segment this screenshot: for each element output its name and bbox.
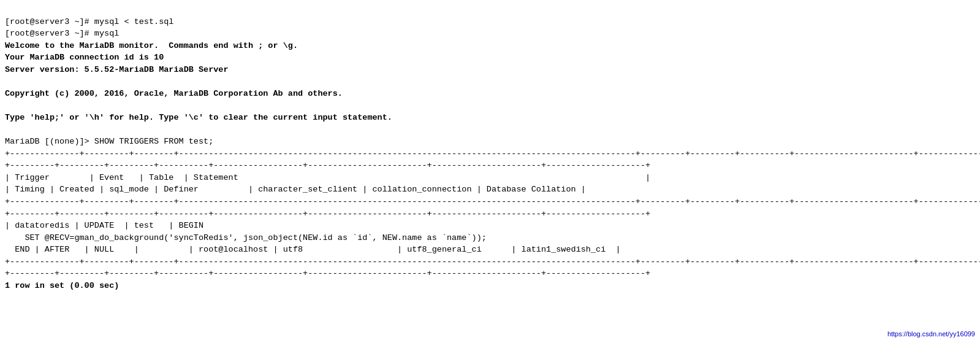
url-bar: https://blog.csdn.net/yy16099 [887, 330, 975, 338]
line-18: +--------------+---------+--------+-----… [5, 257, 980, 266]
line-6: Copyright (c) 2000, 2016, Oracle, MariaD… [5, 89, 343, 98]
line-2: [root@server3 ~]# mysql [5, 29, 119, 38]
line-12: | Timing | Created | sql_mode | Definer … [5, 185, 586, 194]
line-4: Your MariaDB connection id is 10 [5, 53, 164, 62]
line-8: MariaDB [(none)]> SHOW TRIGGERS FROM tes… [5, 137, 213, 146]
line-17: END | AFTER | NULL | | root@localhost | … [5, 245, 621, 254]
line-16: SET @RECV=gman_do_background('syncToRedi… [5, 233, 487, 242]
line-13: +--------------+---------+--------+-----… [5, 197, 980, 206]
line-11: | Trigger | Event | Table | Statement | [5, 173, 650, 182]
terminal-output: [root@server3 ~]# mysql < test.sql [root… [5, 4, 975, 292]
line-3: Welcome to the MariaDB monitor. Commands… [5, 41, 298, 50]
line-10: +---------+---------+---------+---------… [5, 161, 650, 170]
line-5: Server version: 5.5.52-MariaDB MariaDB S… [5, 65, 229, 74]
line-7: Type 'help;' or '\h' for help. Type '\c'… [5, 113, 392, 122]
line-14: +---------+---------+---------+---------… [5, 209, 650, 218]
line-20: 1 row in set (0.00 sec) [5, 281, 119, 290]
line-15: | datatoredis | UPDATE | test | BEGIN [5, 221, 203, 230]
line-19: +---------+---------+---------+---------… [5, 269, 650, 278]
line-9: +--------------+---------+--------+-----… [5, 149, 980, 158]
line-1: [root@server3 ~]# mysql < test.sql [5, 17, 173, 26]
